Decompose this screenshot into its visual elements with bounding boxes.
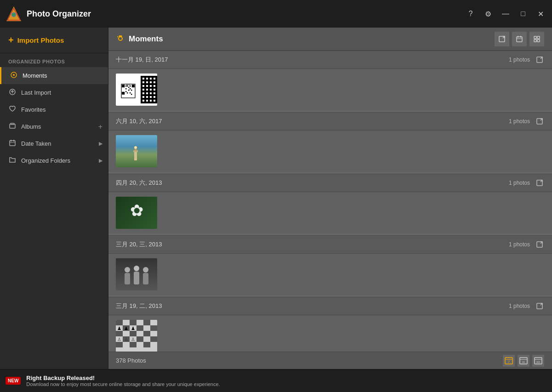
svg-rect-32 bbox=[125, 85, 126, 86]
content-scroll[interactable]: 十一月 19, 日, 2017 1 photos 微信 bbox=[108, 51, 552, 352]
organized-folders-arrow-icon: ▶ bbox=[99, 158, 102, 164]
svg-text:✿: ✿ bbox=[130, 201, 143, 219]
import-plus-icon: + bbox=[8, 35, 14, 45]
day-view-button[interactable]: 7 bbox=[502, 354, 515, 367]
svg-rect-74 bbox=[123, 331, 130, 336]
date-group-3-header: 四月 20, 六, 2013 1 photos bbox=[108, 174, 552, 192]
date-group-2-count: 1 photos bbox=[509, 118, 530, 125]
grid-view-button[interactable] bbox=[529, 31, 545, 47]
close-button[interactable]: ✕ bbox=[534, 7, 547, 21]
albums-add-icon[interactable]: + bbox=[98, 123, 102, 131]
svg-rect-40 bbox=[125, 91, 126, 92]
photo-thumb[interactable] bbox=[116, 135, 157, 167]
sidebar-item-date-taken[interactable]: Date Taken ▶ bbox=[0, 135, 108, 152]
sidebar-item-moments[interactable]: Moments bbox=[0, 67, 108, 84]
svg-rect-66 bbox=[150, 320, 157, 325]
title-bar: Photo Organizer ? ⚙ — □ ✕ bbox=[0, 0, 552, 28]
date-group-4-count: 1 photos bbox=[509, 241, 530, 248]
date-group-3-label: 四月 20, 六, 2013 bbox=[116, 179, 509, 187]
date-group-1: 十一月 19, 日, 2017 1 photos 微信 bbox=[108, 51, 552, 110]
svg-text:31: 31 bbox=[522, 361, 525, 364]
svg-text:♟: ♟ bbox=[131, 326, 135, 331]
svg-rect-35 bbox=[130, 85, 131, 86]
svg-rect-17 bbox=[517, 37, 522, 42]
svg-rect-87 bbox=[130, 342, 137, 347]
banner-subtitle: Download now to enjoy most secure online… bbox=[26, 381, 220, 387]
minimize-button[interactable]: — bbox=[499, 7, 512, 21]
svg-rect-23 bbox=[534, 40, 536, 42]
calendar-view-button[interactable] bbox=[512, 31, 527, 47]
date-taken-arrow-icon: ▶ bbox=[99, 141, 102, 147]
date-group-4-label: 三月 20, 三, 2013 bbox=[116, 240, 509, 249]
svg-rect-36 bbox=[125, 88, 126, 89]
svg-text:365: 365 bbox=[536, 361, 541, 364]
content-area: Moments 十一月 19, 日, 2017 1 photos bbox=[108, 28, 552, 369]
svg-rect-70 bbox=[137, 325, 143, 331]
svg-rect-30 bbox=[132, 85, 135, 87]
svg-text:♟: ♟ bbox=[117, 326, 121, 331]
svg-rect-43 bbox=[131, 94, 132, 95]
svg-rect-82 bbox=[137, 336, 143, 342]
svg-rect-75 bbox=[130, 331, 137, 336]
date-group-5-count: 1 photos bbox=[509, 303, 530, 309]
date-group-4-header: 三月 20, 三, 2013 1 photos bbox=[108, 235, 552, 254]
month-view-button[interactable]: 31 bbox=[517, 354, 530, 367]
sidebar: + Import Photos Organized Photos Moments… bbox=[0, 28, 108, 369]
date-group-4-export-icon[interactable] bbox=[535, 239, 545, 250]
export-view-button[interactable] bbox=[494, 31, 510, 47]
date-group-2-photos bbox=[108, 131, 552, 172]
date-group-1-header: 十一月 19, 日, 2017 1 photos bbox=[108, 51, 552, 69]
svg-rect-22 bbox=[537, 36, 540, 39]
svg-rect-84 bbox=[150, 336, 157, 342]
svg-rect-10 bbox=[10, 141, 15, 146]
svg-rect-46 bbox=[134, 151, 137, 160]
date-group-5: 三月 19, 二, 2013 1 photos bbox=[108, 297, 552, 352]
svg-point-57 bbox=[143, 267, 148, 273]
maximize-button[interactable]: □ bbox=[516, 7, 530, 21]
settings-button[interactable]: ⚙ bbox=[481, 7, 495, 21]
photo-thumb[interactable]: ♟ ♟ ♟ ♙ ♙ ♙ bbox=[116, 320, 157, 352]
svg-rect-29 bbox=[122, 85, 125, 87]
photos-count: 378 Photos bbox=[116, 357, 502, 364]
svg-rect-83 bbox=[143, 336, 150, 342]
date-group-3-export-icon[interactable] bbox=[535, 178, 545, 188]
sidebar-item-organized-folders[interactable]: Organized Folders ▶ bbox=[0, 152, 108, 169]
photo-thumb[interactable]: 微信 bbox=[116, 74, 157, 106]
import-photos-button[interactable]: + Import Photos bbox=[0, 28, 108, 53]
main-layout: + Import Photos Organized Photos Moments… bbox=[0, 28, 552, 369]
year-view-button[interactable]: 365 bbox=[532, 354, 545, 367]
svg-point-49 bbox=[134, 146, 137, 149]
favorites-icon bbox=[8, 105, 17, 114]
sidebar-item-albums[interactable]: Albums + bbox=[0, 118, 108, 135]
organized-folders-label: Organized Folders bbox=[21, 157, 70, 164]
date-group-5-export-icon[interactable] bbox=[535, 301, 545, 311]
svg-rect-54 bbox=[125, 273, 130, 284]
date-group-1-photos: 微信 bbox=[108, 69, 552, 110]
date-group-3-count: 1 photos bbox=[509, 180, 530, 186]
banner-text: Right Backup Released! Download now to e… bbox=[26, 375, 220, 387]
sidebar-item-favorites[interactable]: Favorites bbox=[0, 101, 108, 118]
organized-photos-label: Organized Photos bbox=[0, 53, 108, 67]
svg-text:♟: ♟ bbox=[124, 326, 128, 331]
import-label: Import Photos bbox=[17, 36, 64, 44]
app-logo bbox=[6, 6, 22, 22]
date-taken-label: Date Taken bbox=[21, 140, 51, 147]
date-group-1-export-icon[interactable] bbox=[535, 55, 545, 65]
bottom-banner: NEW Right Backup Released! Download now … bbox=[0, 369, 552, 392]
date-group-2-export-icon[interactable] bbox=[535, 116, 545, 126]
photo-thumb[interactable] bbox=[116, 258, 157, 290]
svg-text:♙: ♙ bbox=[131, 337, 135, 342]
svg-rect-90 bbox=[150, 342, 157, 347]
date-group-2-label: 六月 10, 六, 2017 bbox=[116, 117, 509, 125]
status-bar-buttons: 7 31 365 bbox=[502, 354, 545, 367]
svg-text:7: 7 bbox=[508, 360, 510, 364]
help-button[interactable]: ? bbox=[464, 7, 478, 21]
date-group-2-header: 六月 10, 六, 2017 1 photos bbox=[108, 112, 552, 131]
photo-thumb[interactable]: ✿ bbox=[116, 197, 157, 229]
svg-rect-21 bbox=[534, 36, 536, 39]
window-controls: ? ⚙ — □ ✕ bbox=[464, 7, 547, 21]
last-import-icon bbox=[8, 88, 17, 97]
albums-label: Albums bbox=[21, 123, 41, 130]
sidebar-item-last-import[interactable]: Last Import bbox=[0, 84, 108, 101]
new-badge: NEW bbox=[6, 377, 21, 385]
